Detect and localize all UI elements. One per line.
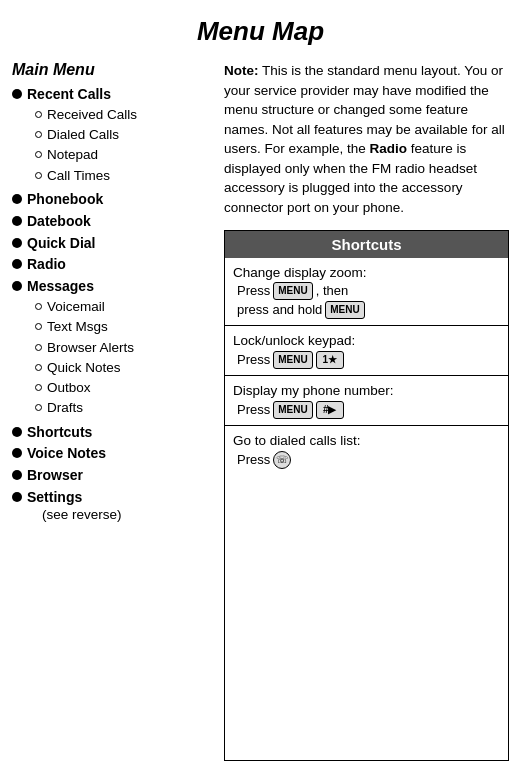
- shortcut-item: Lock/unlock keypad: Press MENU 1★: [225, 326, 508, 376]
- menu-item-label: Quick Dial: [27, 234, 95, 253]
- bullet-icon: [12, 89, 22, 99]
- submenu: Voicemail Text Msgs Browser Alerts: [35, 298, 134, 417]
- hash-key: #▶: [316, 401, 344, 419]
- main-menu-title: Main Menu: [12, 61, 212, 79]
- submenu-item-label: Call Times: [47, 167, 110, 185]
- radio-word: Radio: [370, 141, 408, 156]
- shortcuts-box: Shortcuts Change display zoom: Press MEN…: [224, 230, 509, 762]
- menu-item-label: Recent Calls: [27, 86, 111, 102]
- shortcut-action: Press ☏: [237, 451, 500, 469]
- bullet-icon: [12, 216, 22, 226]
- submenu-item-label: Dialed Calls: [47, 126, 119, 144]
- dial-key: ☏: [273, 451, 291, 469]
- submenu-item-label: Received Calls: [47, 106, 137, 124]
- list-item: Outbox: [35, 379, 134, 397]
- list-item: Phonebook: [12, 190, 212, 209]
- press-text: Press: [237, 451, 270, 469]
- list-item: Call Times: [35, 167, 137, 185]
- shortcut-item: Change display zoom: Press MENU , then p…: [225, 258, 508, 326]
- note-block: Note: This is the standard menu layout. …: [224, 61, 509, 218]
- bullet-icon: [12, 238, 22, 248]
- list-item: Quick Dial: [12, 234, 212, 253]
- menu-item-label: Radio: [27, 255, 66, 274]
- list-item: Quick Notes: [35, 359, 134, 377]
- submenu-item-label: Text Msgs: [47, 318, 108, 336]
- menu-item-label: Voice Notes: [27, 444, 106, 463]
- submenu-item-label: Quick Notes: [47, 359, 121, 377]
- shortcut-item: Display my phone number: Press MENU #▶: [225, 376, 508, 426]
- shortcut-action: Press MENU 1★: [237, 351, 500, 369]
- list-item: Recent Calls Received Calls Dialed Calls: [12, 85, 212, 187]
- press-text: Press: [237, 401, 270, 419]
- menu-item-label: Phonebook: [27, 190, 103, 209]
- list-item: Radio: [12, 255, 212, 274]
- list-item: Shortcuts: [12, 423, 212, 442]
- sub-bullet-icon: [35, 384, 42, 391]
- bullet-icon: [12, 427, 22, 437]
- submenu-item-label: Outbox: [47, 379, 91, 397]
- list-item: Drafts: [35, 399, 134, 417]
- list-item: Datebook: [12, 212, 212, 231]
- menu-item-label: Settings: [27, 489, 82, 505]
- pressandhold-text: press and hold: [237, 301, 322, 319]
- sub-bullet-icon: [35, 131, 42, 138]
- sub-bullet-icon: [35, 303, 42, 310]
- right-column: Note: This is the standard menu layout. …: [224, 61, 509, 761]
- menu-item-label: Shortcuts: [27, 423, 92, 442]
- bullet-icon: [12, 448, 22, 458]
- two-column-layout: Main Menu Recent Calls Received Calls: [12, 61, 509, 761]
- press-text: Press: [237, 351, 270, 369]
- shortcut-title: Lock/unlock keypad:: [233, 332, 500, 351]
- page-title: Menu Map: [12, 16, 509, 47]
- list-item: Notepad: [35, 146, 137, 164]
- list-item: Text Msgs: [35, 318, 134, 336]
- sub-bullet-icon: [35, 151, 42, 158]
- shortcut-action-2: press and hold MENU: [237, 301, 500, 319]
- note-label: Note:: [224, 63, 259, 78]
- shortcut-item: Go to dialed calls list: Press ☏: [225, 426, 508, 475]
- sub-bullet-icon: [35, 364, 42, 371]
- shortcut-action: Press MENU , then: [237, 282, 500, 300]
- bullet-icon: [12, 194, 22, 204]
- sub-bullet-icon: [35, 323, 42, 330]
- star-key: 1★: [316, 351, 344, 369]
- press-text: Press: [237, 282, 270, 300]
- main-menu-list: Recent Calls Received Calls Dialed Calls: [12, 85, 212, 522]
- list-item: Messages Voicemail Text Msgs: [12, 277, 212, 419]
- sub-bullet-icon: [35, 172, 42, 179]
- shortcut-title: Change display zoom:: [233, 264, 500, 283]
- menu-key: MENU: [273, 401, 312, 419]
- sub-bullet-icon: [35, 344, 42, 351]
- bullet-icon: [12, 470, 22, 480]
- submenu: Received Calls Dialed Calls Notepad: [35, 106, 137, 185]
- list-item: Dialed Calls: [35, 126, 137, 144]
- list-item: Settings (see reverse): [12, 488, 212, 522]
- menu-item-label: Datebook: [27, 212, 91, 231]
- menu-key: MENU: [273, 351, 312, 369]
- submenu-item-label: Voicemail: [47, 298, 105, 316]
- bullet-icon: [12, 281, 22, 291]
- shortcut-title: Display my phone number:: [233, 382, 500, 401]
- shortcut-action: Press MENU #▶: [237, 401, 500, 419]
- bullet-icon: [12, 492, 22, 502]
- menu-item-label: Browser: [27, 466, 83, 485]
- then-text: , then: [316, 282, 349, 300]
- shortcuts-header: Shortcuts: [225, 231, 508, 258]
- left-column: Main Menu Recent Calls Received Calls: [12, 61, 212, 761]
- page-container: Menu Map Main Menu Recent Calls Received…: [0, 0, 521, 777]
- menu-key-2: MENU: [325, 301, 364, 319]
- list-item: Browser: [12, 466, 212, 485]
- settings-note: (see reverse): [42, 507, 122, 522]
- menu-item-label: Messages: [27, 278, 94, 294]
- submenu-item-label: Notepad: [47, 146, 98, 164]
- menu-key: MENU: [273, 282, 312, 300]
- list-item: Browser Alerts: [35, 339, 134, 357]
- submenu-item-label: Browser Alerts: [47, 339, 134, 357]
- list-item: Voice Notes: [12, 444, 212, 463]
- sub-bullet-icon: [35, 111, 42, 118]
- list-item: Received Calls: [35, 106, 137, 124]
- shortcut-title: Go to dialed calls list:: [233, 432, 500, 451]
- bullet-icon: [12, 259, 22, 269]
- sub-bullet-icon: [35, 404, 42, 411]
- submenu-item-label: Drafts: [47, 399, 83, 417]
